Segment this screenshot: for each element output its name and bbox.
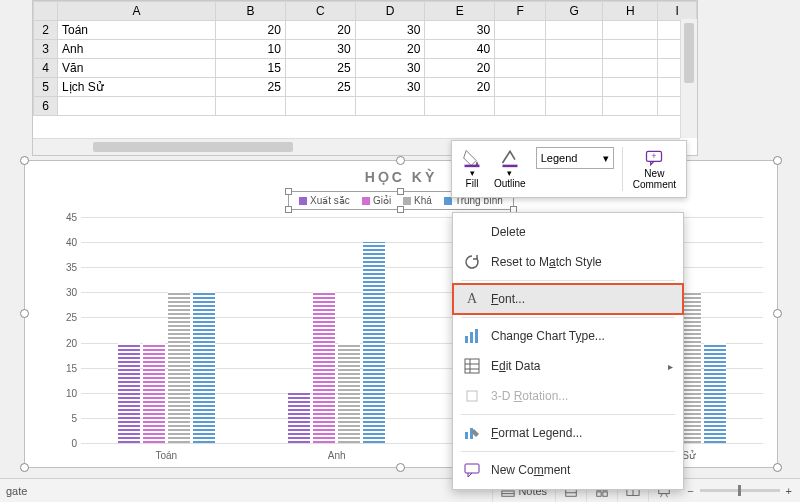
cell[interactable] (495, 21, 546, 40)
column-header[interactable]: G (546, 2, 603, 21)
cell[interactable]: 40 (425, 40, 495, 59)
bar[interactable] (338, 343, 360, 443)
cell[interactable]: 30 (355, 59, 425, 78)
resize-handle[interactable] (396, 156, 405, 165)
zoom-out[interactable]: − (687, 485, 693, 497)
menu-delete[interactable]: Delete (453, 217, 683, 247)
row-header[interactable]: 2 (34, 21, 58, 40)
bar[interactable] (118, 343, 140, 443)
cell[interactable] (546, 78, 603, 97)
cell[interactable] (495, 40, 546, 59)
cell[interactable] (603, 97, 658, 116)
column-header[interactable]: H (603, 2, 658, 21)
cell[interactable]: 30 (285, 40, 355, 59)
svg-rect-6 (475, 329, 478, 343)
column-header[interactable]: C (285, 2, 355, 21)
resize-handle[interactable] (20, 156, 29, 165)
bar[interactable] (168, 292, 190, 443)
cell[interactable] (495, 97, 546, 116)
cell[interactable]: 20 (425, 59, 495, 78)
bar[interactable] (313, 292, 335, 443)
column-header[interactable]: E (425, 2, 495, 21)
cell[interactable] (285, 97, 355, 116)
sheet-row[interactable]: 2 Toán 20 20 30 30 (34, 21, 697, 40)
resize-handle[interactable] (773, 156, 782, 165)
menu-change-chart-type[interactable]: Change Chart Type... (453, 321, 683, 351)
sheet-table[interactable]: ABCDEFGHI 2 Toán 20 20 30 30 3 Anh 10 30… (33, 1, 697, 116)
cell[interactable] (546, 21, 603, 40)
cell[interactable] (58, 97, 216, 116)
resize-handle[interactable] (773, 463, 782, 472)
cell[interactable]: 20 (425, 78, 495, 97)
outline-button[interactable]: ▾ Outline (488, 145, 532, 192)
cell[interactable]: Toán (58, 21, 216, 40)
menu-edit-data[interactable]: Edit Data ▸ (453, 351, 683, 381)
cell[interactable]: 30 (425, 21, 495, 40)
cell[interactable]: Anh (58, 40, 216, 59)
cell[interactable] (495, 59, 546, 78)
new-comment-button[interactable]: + New Comment (627, 145, 682, 193)
menu-new-comment[interactable]: New Comment (453, 455, 683, 485)
bar[interactable] (193, 292, 215, 443)
row-header[interactable]: 5 (34, 78, 58, 97)
sheet-row[interactable]: 6 (34, 97, 697, 116)
cell[interactable]: 15 (216, 59, 286, 78)
zoom-in[interactable]: + (786, 485, 792, 497)
menu-format-legend[interactable]: Format Legend... (453, 418, 683, 448)
cell[interactable]: 20 (216, 21, 286, 40)
cell[interactable] (355, 97, 425, 116)
column-header[interactable]: F (495, 2, 546, 21)
cell[interactable]: 30 (355, 78, 425, 97)
bar[interactable] (288, 393, 310, 443)
edit-data-icon (463, 357, 481, 375)
sheet-row[interactable]: 4 Văn 15 25 30 20 (34, 59, 697, 78)
status-left: gate (0, 485, 33, 497)
bar[interactable] (704, 343, 726, 443)
cell[interactable]: 25 (285, 78, 355, 97)
cell[interactable] (603, 78, 658, 97)
fill-button[interactable]: ▾ Fill (456, 145, 488, 192)
bar[interactable] (363, 242, 385, 443)
chart-element-combo[interactable]: Legend▾ (536, 147, 614, 169)
svg-rect-14 (465, 464, 479, 473)
corner-cell[interactable] (34, 2, 58, 21)
row-header[interactable]: 4 (34, 59, 58, 78)
resize-handle[interactable] (20, 463, 29, 472)
sheet-row[interactable]: 3 Anh 10 30 20 40 (34, 40, 697, 59)
menu-font[interactable]: A Font... (453, 284, 683, 314)
cell[interactable]: 10 (216, 40, 286, 59)
cell[interactable] (495, 78, 546, 97)
embedded-spreadsheet[interactable]: ABCDEFGHI 2 Toán 20 20 30 30 3 Anh 10 30… (32, 0, 698, 156)
resize-handle[interactable] (773, 309, 782, 318)
column-header[interactable]: B (216, 2, 286, 21)
row-header[interactable]: 3 (34, 40, 58, 59)
bar-group (81, 217, 252, 443)
legend-label: Giỏi (373, 195, 391, 206)
column-header[interactable]: A (58, 2, 216, 21)
vertical-scrollbar[interactable] (680, 19, 697, 138)
row-header[interactable]: 6 (34, 97, 58, 116)
cell[interactable] (603, 40, 658, 59)
cell[interactable]: 25 (216, 78, 286, 97)
cell[interactable] (546, 40, 603, 59)
cell[interactable] (603, 59, 658, 78)
cell[interactable] (216, 97, 286, 116)
cell[interactable] (546, 59, 603, 78)
zoom-slider[interactable]: − + (679, 485, 800, 497)
cell[interactable]: 25 (285, 59, 355, 78)
resize-handle[interactable] (396, 463, 405, 472)
resize-handle[interactable] (20, 309, 29, 318)
cell[interactable]: Văn (58, 59, 216, 78)
bar[interactable] (143, 343, 165, 443)
cell[interactable] (425, 97, 495, 116)
cell[interactable]: 30 (355, 21, 425, 40)
cell[interactable] (603, 21, 658, 40)
column-header[interactable]: D (355, 2, 425, 21)
cell[interactable]: 20 (285, 21, 355, 40)
cell[interactable]: 20 (355, 40, 425, 59)
menu-reset-match-style[interactable]: Reset to Match Style (453, 247, 683, 277)
cell[interactable] (546, 97, 603, 116)
column-header[interactable]: I (658, 2, 697, 21)
sheet-row[interactable]: 5 Lịch Sử 25 25 30 20 (34, 78, 697, 97)
cell[interactable]: Lịch Sử (58, 78, 216, 97)
